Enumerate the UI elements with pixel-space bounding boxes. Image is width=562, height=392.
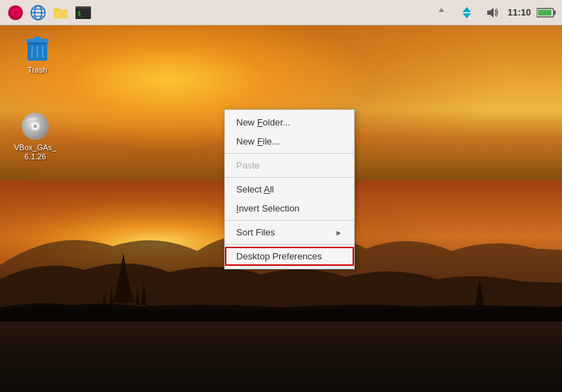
menu-item-sort-files[interactable]: Sort Files ►: [225, 223, 354, 242]
menu-item-select-all[interactable]: Select All: [225, 180, 354, 199]
menu-item-paste: Paste: [225, 156, 354, 175]
svg-rect-24: [34, 37, 41, 39]
raspberry-pi-menu-button[interactable]: [6, 3, 25, 23]
taskbar-right: 11:10: [432, 3, 556, 23]
menu-item-desktop-preferences-label: Desktop Preferences: [236, 251, 322, 262]
menu-item-new-folder[interactable]: New Folder...: [225, 113, 354, 132]
menu-item-new-folder-label: New Folder...: [236, 117, 291, 128]
svg-marker-14: [439, 8, 444, 12]
taskbar-left: $_: [6, 3, 432, 23]
vbox-image: [21, 112, 49, 140]
trash-label: Trash: [28, 66, 47, 75]
context-menu: New Folder... New File... Paste Select A…: [224, 109, 355, 269]
vbox-label: VBox_GAs_6.1.26: [13, 143, 57, 161]
svg-line-25: [32, 46, 32, 58]
volume-icon[interactable]: [482, 3, 502, 23]
menu-item-paste-label: Paste: [236, 160, 259, 171]
menu-item-new-file-label: New File...: [236, 136, 279, 147]
menu-separator-2: [225, 177, 354, 178]
menu-item-new-file[interactable]: New File...: [225, 132, 354, 151]
svg-rect-12: [75, 6, 91, 8]
desktop[interactable]: $_: [0, 0, 562, 392]
network-status-icon[interactable]: [432, 3, 451, 23]
menu-item-sort-files-label: Sort Files: [236, 227, 275, 238]
sort-files-arrow: ►: [335, 228, 343, 237]
taskbar: $_: [0, 0, 562, 25]
network-transfer-icon[interactable]: [457, 3, 477, 23]
svg-marker-16: [463, 13, 471, 18]
svg-marker-17: [487, 8, 494, 18]
menu-separator-4: [225, 244, 354, 245]
vbox-icon[interactable]: VBox_GAs_6.1.26: [11, 109, 60, 164]
svg-rect-20: [538, 10, 551, 16]
file-manager-button[interactable]: [51, 3, 71, 23]
trash-icon[interactable]: Trash: [13, 32, 62, 78]
svg-rect-19: [554, 11, 556, 15]
trash-image: [23, 35, 51, 63]
menu-separator-1: [225, 153, 354, 154]
browser-button[interactable]: [28, 3, 48, 23]
svg-line-27: [42, 46, 43, 58]
svg-text:$_: $_: [78, 11, 85, 17]
battery-icon: [537, 3, 556, 23]
svg-marker-15: [463, 7, 471, 12]
menu-separator-3: [225, 220, 354, 221]
clock: 11:10: [508, 7, 531, 18]
menu-item-select-all-label: Select All: [236, 184, 274, 195]
menu-item-desktop-preferences[interactable]: Desktop Preferences: [225, 247, 354, 266]
menu-item-invert-selection-label: Invert Selection: [236, 203, 300, 214]
svg-point-32: [35, 125, 37, 128]
terminal-button[interactable]: $_: [73, 3, 93, 23]
menu-item-invert-selection[interactable]: Invert Selection: [225, 199, 354, 218]
svg-point-5: [13, 11, 17, 14]
